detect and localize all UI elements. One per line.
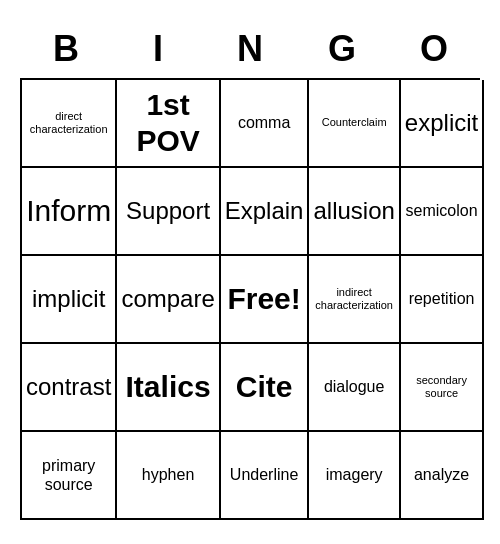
bingo-cell-2: comma xyxy=(221,80,310,168)
bingo-cell-0: direct characterization xyxy=(22,80,117,168)
cell-text-8: allusion xyxy=(313,197,394,226)
bingo-grid: direct characterization1st POVcommaCount… xyxy=(20,78,480,520)
bingo-cell-18: dialogue xyxy=(309,344,400,432)
cell-text-19: secondary source xyxy=(405,374,478,400)
cell-text-13: indirect characterization xyxy=(313,286,394,312)
bingo-card: BINGO direct characterization1st POVcomm… xyxy=(10,14,490,530)
bingo-cell-11: compare xyxy=(117,256,220,344)
cell-text-5: Inform xyxy=(26,193,111,229)
bingo-cell-1: 1st POV xyxy=(117,80,220,168)
bingo-cell-20: primary source xyxy=(22,432,117,520)
cell-text-7: Explain xyxy=(225,197,304,226)
cell-text-3: Counterclaim xyxy=(322,116,387,129)
bingo-cell-21: hyphen xyxy=(117,432,220,520)
bingo-cell-8: allusion xyxy=(309,168,400,256)
bingo-cell-6: Support xyxy=(117,168,220,256)
cell-text-4: explicit xyxy=(405,109,478,138)
bingo-letter-b: B xyxy=(20,24,112,74)
bingo-cell-9: semicolon xyxy=(401,168,484,256)
cell-text-23: imagery xyxy=(326,465,383,484)
bingo-cell-16: Italics xyxy=(117,344,220,432)
bingo-cell-10: implicit xyxy=(22,256,117,344)
cell-text-1: 1st POV xyxy=(121,87,214,159)
bingo-cell-14: repetition xyxy=(401,256,484,344)
bingo-letter-n: N xyxy=(204,24,296,74)
bingo-cell-7: Explain xyxy=(221,168,310,256)
cell-text-6: Support xyxy=(126,197,210,226)
bingo-cell-4: explicit xyxy=(401,80,484,168)
bingo-letter-g: G xyxy=(296,24,388,74)
bingo-cell-19: secondary source xyxy=(401,344,484,432)
bingo-cell-5: Inform xyxy=(22,168,117,256)
cell-text-17: Cite xyxy=(236,369,293,405)
cell-text-20: primary source xyxy=(26,456,111,494)
cell-text-2: comma xyxy=(238,113,290,132)
cell-text-15: contrast xyxy=(26,373,111,402)
cell-text-24: analyze xyxy=(414,465,469,484)
bingo-letter-o: O xyxy=(388,24,480,74)
cell-text-16: Italics xyxy=(126,369,211,405)
cell-text-12: Free! xyxy=(227,281,300,317)
bingo-cell-23: imagery xyxy=(309,432,400,520)
bingo-cell-22: Underline xyxy=(221,432,310,520)
cell-text-9: semicolon xyxy=(406,201,478,220)
cell-text-18: dialogue xyxy=(324,377,385,396)
bingo-cell-3: Counterclaim xyxy=(309,80,400,168)
bingo-cell-15: contrast xyxy=(22,344,117,432)
bingo-cell-24: analyze xyxy=(401,432,484,520)
cell-text-21: hyphen xyxy=(142,465,195,484)
cell-text-11: compare xyxy=(121,285,214,314)
bingo-header: BINGO xyxy=(20,24,480,74)
bingo-cell-12: Free! xyxy=(221,256,310,344)
bingo-letter-i: I xyxy=(112,24,204,74)
bingo-cell-13: indirect characterization xyxy=(309,256,400,344)
bingo-cell-17: Cite xyxy=(221,344,310,432)
cell-text-0: direct characterization xyxy=(26,110,111,136)
cell-text-10: implicit xyxy=(32,285,105,314)
cell-text-22: Underline xyxy=(230,465,298,484)
cell-text-14: repetition xyxy=(409,289,475,308)
